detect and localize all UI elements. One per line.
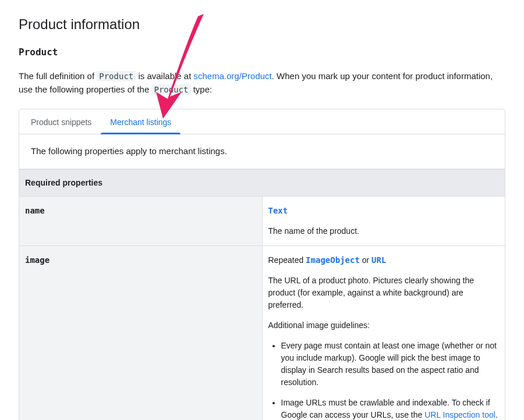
- type-prefix: Repeated: [268, 255, 306, 265]
- guidelines-list: Every page must contain at least one ima…: [268, 340, 500, 421]
- type-mid: or: [360, 255, 371, 265]
- intro-text: The full definition of: [19, 71, 97, 81]
- list-item: Image URLs must be crawlable and indexab…: [281, 397, 500, 421]
- desc-text: The name of the product.: [268, 225, 500, 237]
- intro-text: is available at: [136, 71, 193, 81]
- schema-org-link[interactable]: schema.org/Product: [194, 71, 272, 81]
- required-properties-header: Required properties: [19, 169, 505, 196]
- desc-text: The URL of a product photo. Pictures cle…: [268, 275, 500, 311]
- intro-paragraph: The full definition of Product is availa…: [19, 70, 505, 96]
- intro-text: type:: [191, 84, 213, 94]
- table-row: name Text The name of the product.: [19, 196, 505, 245]
- desc-text: Additional image guidelines:: [268, 319, 500, 332]
- property-name-name: name: [19, 196, 263, 245]
- list-item-text: .: [495, 410, 498, 419]
- property-desc-name: Text The name of the product.: [262, 196, 505, 245]
- tab-body-text: The following properties apply to mercha…: [19, 134, 505, 169]
- type-text-link[interactable]: Text: [268, 206, 288, 215]
- inline-code-product: Product: [97, 71, 136, 81]
- tab-container: Product snippets Merchant listings The f…: [19, 109, 505, 169]
- list-item: Every page must contain at least one ima…: [281, 340, 500, 389]
- type-url-link[interactable]: URL: [371, 255, 386, 265]
- properties-table: Required properties name Text The name o…: [19, 169, 505, 421]
- property-name-image: image: [19, 245, 263, 420]
- tab-product-snippets[interactable]: Product snippets: [22, 109, 101, 134]
- tab-strip: Product snippets Merchant listings: [19, 109, 505, 134]
- inline-code-product: Product: [151, 84, 190, 95]
- table-row: image Repeated ImageObject or URL The UR…: [19, 245, 505, 420]
- type-imageobject-link[interactable]: ImageObject: [306, 255, 360, 265]
- property-desc-image: Repeated ImageObject or URL The URL of a…: [262, 245, 505, 420]
- page-title: Product information: [19, 14, 505, 35]
- section-subtitle: Product: [19, 45, 505, 59]
- url-inspection-link[interactable]: URL Inspection tool: [424, 410, 495, 419]
- tab-merchant-listings[interactable]: Merchant listings: [101, 109, 180, 134]
